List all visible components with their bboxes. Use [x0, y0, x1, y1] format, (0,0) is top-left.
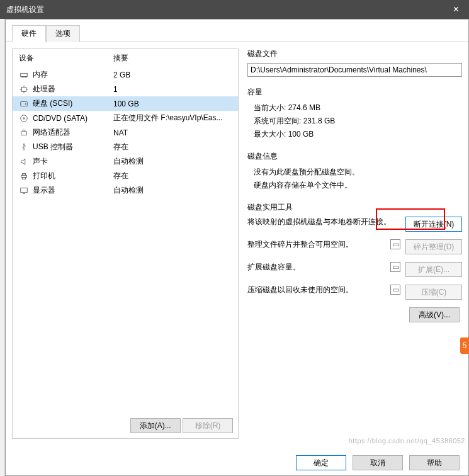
device-summary: 1 [113, 85, 232, 94]
tools-title: 磁盘实用工具 [247, 202, 462, 213]
device-name: 内存 [33, 69, 113, 80]
svg-rect-9 [22, 173, 25, 175]
device-summary: 自动检测 [113, 185, 232, 196]
device-summary: 存在 [113, 171, 232, 181]
disk-info-line1: 没有为此硬盘预分配磁盘空间。 [247, 166, 462, 179]
map-icon: ▭ [390, 239, 400, 249]
capacity-current: 当前大小: 274.6 MB [247, 101, 462, 115]
help-button[interactable]: 帮助 [409, 455, 460, 470]
capacity-max: 最大大小: 100 GB [247, 128, 462, 141]
device-name: 声卡 [33, 156, 113, 167]
header-summary: 摘要 [113, 53, 128, 64]
cpu-icon [19, 84, 29, 94]
device-name: 打印机 [33, 171, 113, 181]
expand-button: 扩展(E)... [405, 262, 462, 277]
capacity-title: 容量 [247, 87, 462, 98]
device-row-memory[interactable]: 内存 2 GB [13, 67, 238, 82]
device-row-usb[interactable]: USB 控制器 存在 [13, 140, 238, 154]
watermark: https://blog.csdn.net/qq_45386052 [349, 437, 465, 445]
svg-rect-2 [21, 101, 28, 106]
svg-rect-6 [21, 132, 27, 135]
device-summary: 正在使用文件 F:\easyuVIp\Eas... [113, 113, 232, 123]
svg-rect-1 [22, 87, 26, 91]
display-icon [19, 186, 29, 196]
device-summary: NAT [113, 128, 232, 137]
svg-point-4 [21, 115, 28, 122]
device-name: 硬盘 (SCSI) [33, 98, 113, 109]
device-summary: 存在 [113, 142, 232, 152]
tabs: 硬件 选项 [6, 20, 468, 42]
device-row-cd[interactable]: CD/DVD (SATA) 正在使用文件 F:\easyuVIp\Eas... [13, 111, 238, 125]
disk-icon [19, 99, 29, 109]
svg-rect-0 [21, 73, 28, 76]
window-title: 虚拟机设置 [6, 4, 44, 15]
device-row-sound[interactable]: 声卡 自动检测 [13, 154, 238, 169]
map-icon: ▭ [390, 285, 400, 295]
cancel-button[interactable]: 取消 [353, 455, 403, 470]
hardware-list: 内存 2 GB 处理器 1 硬盘 (SCSI) 100 GB CD/DVD (S… [13, 67, 238, 413]
hardware-list-header: 设备 摘要 [13, 49, 238, 67]
expand-desc: 扩展磁盘容量。 [247, 262, 390, 273]
dialog-body: 硬件 选项 设备 摘要 内存 2 GB 处理器 1 [5, 19, 469, 476]
device-summary: 100 GB [113, 99, 232, 108]
advanced-button[interactable]: 高级(V)... [409, 307, 460, 322]
close-icon[interactable]: × [449, 4, 463, 15]
device-row-network[interactable]: 网络适配器 NAT [13, 125, 238, 140]
defrag-desc: 整理文件碎片并整合可用空间。 [247, 239, 390, 250]
hardware-panel: 设备 摘要 内存 2 GB 处理器 1 硬盘 (SCSI) 100 GB [12, 48, 239, 439]
sound-icon [19, 157, 29, 167]
device-row-printer[interactable]: 打印机 存在 [13, 169, 238, 183]
svg-point-7 [23, 143, 25, 144]
add-button[interactable]: 添加(A)... [130, 418, 181, 433]
network-icon [19, 128, 29, 138]
device-name: USB 控制器 [33, 142, 113, 152]
compact-desc: 压缩磁盘以回收未使用的空间。 [247, 285, 390, 295]
left-gutter [0, 19, 5, 476]
cd-icon [19, 113, 29, 123]
memory-icon [19, 70, 29, 80]
capacity-free: 系统可用空间: 231.8 GB [247, 115, 462, 128]
disk-info-title: 磁盘信息 [247, 151, 462, 162]
disconnect-button[interactable]: 断开连接(N) [405, 217, 462, 232]
printer-icon [19, 171, 29, 181]
detail-panel: 磁盘文件 D:\Users\Administrator\Documents\Vi… [239, 48, 462, 439]
device-row-cpu[interactable]: 处理器 1 [13, 82, 238, 96]
remove-button: 移除(R) [183, 418, 233, 433]
tab-hardware[interactable]: 硬件 [12, 25, 46, 42]
usb-icon [19, 142, 29, 152]
device-summary: 2 GB [113, 71, 232, 79]
disconnect-desc: 将该映射的虚拟机磁盘与本地卷断开连接。 [247, 217, 405, 227]
device-row-disk[interactable]: 硬盘 (SCSI) 100 GB [13, 96, 238, 111]
tab-options[interactable]: 选项 [46, 25, 80, 42]
dialog-footer: 确定 取消 帮助 [296, 455, 460, 470]
disk-file-path[interactable]: D:\Users\Administrator\Documents\Virtual… [247, 63, 462, 77]
disk-info-line2: 硬盘内容存储在单个文件中。 [247, 179, 462, 192]
device-name: 显示器 [33, 185, 113, 196]
ok-button[interactable]: 确定 [296, 455, 346, 470]
device-row-display[interactable]: 显示器 自动检测 [13, 183, 238, 198]
device-name: 处理器 [33, 84, 113, 94]
device-name: CD/DVD (SATA) [33, 114, 113, 123]
titlebar: 虚拟机设置 × [0, 0, 469, 19]
device-summary: 自动检测 [113, 156, 232, 167]
svg-point-5 [23, 117, 25, 119]
device-name: 网络适配器 [33, 127, 113, 138]
map-icon: ▭ [390, 262, 400, 272]
header-device: 设备 [19, 53, 113, 64]
svg-rect-11 [21, 188, 28, 192]
compact-button: 压缩(C) [405, 285, 462, 300]
svg-point-3 [25, 103, 26, 105]
side-badge: 5 [460, 337, 469, 354]
disk-file-title: 磁盘文件 [247, 48, 462, 59]
defrag-button: 碎片整理(D) [405, 239, 462, 254]
